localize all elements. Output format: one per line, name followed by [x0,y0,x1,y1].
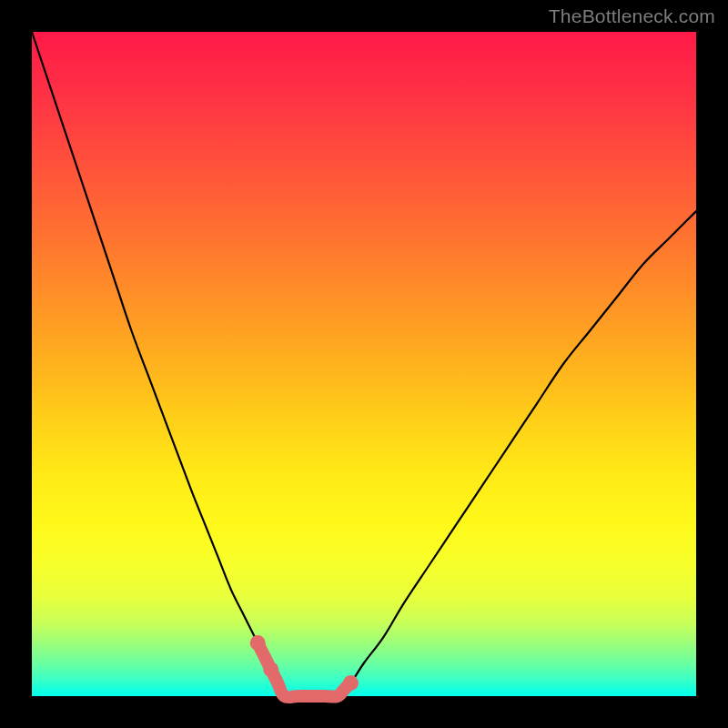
highlight-dot [250,635,266,651]
highlight-dot [343,675,359,691]
chart-frame: TheBottleneck.com [0,0,728,728]
curve-left-branch [32,32,284,696]
plot-area [32,32,696,696]
highlight-dot [263,662,278,677]
curve-right-branch [338,211,696,696]
watermark-text: TheBottleneck.com [549,5,715,27]
curve-layer [32,32,696,696]
